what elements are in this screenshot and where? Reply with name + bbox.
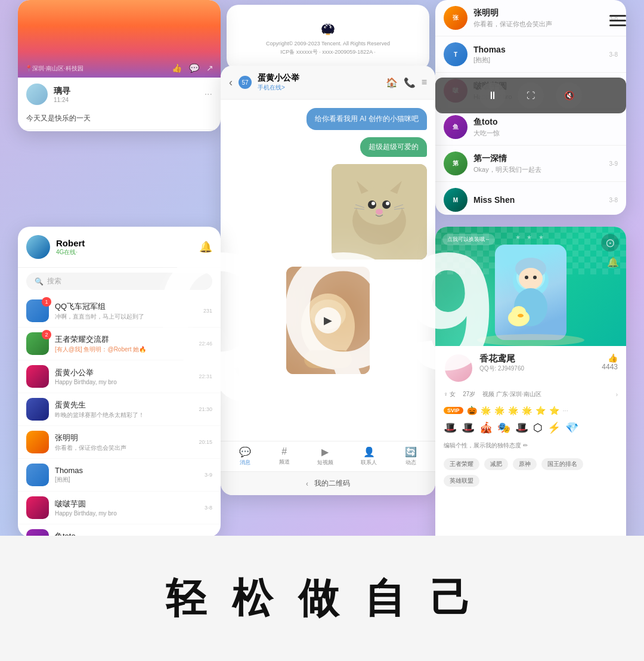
chatlist-item-1[interactable]: T Thomas [抱抱] 3-8 bbox=[435, 36, 626, 73]
badge-more: ··· bbox=[563, 407, 568, 414]
chatlist-name-3: 鱼toto bbox=[473, 117, 618, 128]
pause-button[interactable]: ⏸ bbox=[479, 82, 506, 109]
chat-nav-hashtag[interactable]: #频道 bbox=[279, 446, 290, 467]
contact-item-5[interactable]: Thomas [抱抱] 3-9 bbox=[18, 459, 221, 492]
contacts-user-avatar bbox=[26, 235, 50, 259]
contact-badge-1: 2 bbox=[42, 330, 51, 339]
profile-main-info: 香花鸢尾 QQ号: 2J949760 bbox=[479, 353, 596, 373]
contacts-status: 4G在线· bbox=[56, 248, 85, 257]
share-icon[interactable]: ↗ bbox=[206, 63, 213, 73]
chat-call-button[interactable]: 📞 bbox=[404, 77, 416, 88]
svg-text:QQ: QQ bbox=[324, 21, 332, 26]
profile-character bbox=[495, 245, 566, 340]
chatlist-info-5: Miss Shen bbox=[473, 195, 603, 205]
profile-chat-button[interactable]: 点我可以换装哦～ bbox=[442, 234, 495, 245]
contact-msg-5: [抱抱] bbox=[55, 475, 199, 484]
svg-point-31 bbox=[533, 276, 537, 279]
chatlist-info-4: 第一深情 Okay，明天我们一起去 bbox=[473, 153, 603, 174]
profile-qq: QQ号: 2J949760 bbox=[479, 365, 596, 373]
badge-icon-3: 🌟 bbox=[494, 406, 504, 415]
svip-badge: SVIP bbox=[444, 407, 463, 414]
contact-item-3[interactable]: 蛋黄先生 昨晚的篮球赛那个绝杀太精彩了！ 21:30 bbox=[18, 393, 221, 426]
chat-back-button[interactable]: ‹ bbox=[229, 76, 233, 89]
contact-msg-3: 昨晚的篮球赛那个绝杀太精彩了！ bbox=[55, 411, 193, 419]
chat-nav-moments[interactable]: 🔄动态 bbox=[405, 446, 417, 467]
contact-time-4: 20:15 bbox=[199, 439, 212, 445]
search-bar[interactable]: 🔍 搜索 bbox=[26, 273, 212, 290]
comment-icon[interactable]: 💬 bbox=[189, 63, 199, 73]
profile-arrow[interactable]: › bbox=[616, 391, 618, 398]
chatlist-item-5[interactable]: M Miss Shen 3-8 bbox=[435, 182, 626, 215]
chatlist-avatar-0: 张 bbox=[444, 6, 467, 30]
contacts-bell-icon[interactable]: 🔔 bbox=[199, 240, 212, 254]
contact-avatar-1: 2 bbox=[26, 332, 49, 355]
tag-3[interactable]: 国王的排名 bbox=[541, 458, 583, 470]
chat-name: 蛋黄小公举 bbox=[258, 73, 380, 84]
profile-edit-link[interactable]: 编辑个性，展示我的独特态度 ✏ bbox=[444, 442, 528, 449]
chat-nav-msg[interactable]: 💬消息 bbox=[239, 446, 251, 467]
bottom-title: 轻 松 做 自 己 bbox=[166, 572, 478, 626]
contact-name-3: 蛋黄先生 bbox=[55, 400, 193, 410]
hamburger-line3 bbox=[609, 24, 626, 26]
chatlist-sub-0: 你看着，保证你也会笑出声 bbox=[473, 20, 603, 29]
chatlist-time-5: 3-8 bbox=[609, 197, 618, 203]
tag-4[interactable]: 英雄联盟 bbox=[444, 475, 479, 487]
chat-home-button[interactable]: 🏠 bbox=[386, 77, 398, 88]
emoji-bolt: ⚡ bbox=[547, 421, 561, 434]
profile-likes-area: 👍 4443 bbox=[602, 353, 618, 371]
chatlist-item-0[interactable]: 张 张明明 你看着，保证你也会笑出声 3-8 bbox=[435, 0, 626, 36]
tag-1[interactable]: 减肥 bbox=[484, 458, 508, 470]
chatlist-item-4[interactable]: 第 第一深情 Okay，明天我们一起去 3-9 bbox=[435, 146, 626, 182]
contact-item-7[interactable]: 鱼toto 大吃一停 3-8 bbox=[18, 524, 221, 537]
moments-header: 📍深圳·南山区·科技园 👍 💬 ↗ bbox=[18, 0, 221, 78]
chat-header: ‹ 57 蛋黄小公举 手机在线> 🏠 📞 ≡ bbox=[221, 66, 435, 100]
moments-dots[interactable]: ··· bbox=[205, 89, 212, 100]
badge-icon-1: 🎃 bbox=[467, 406, 477, 415]
profile-dot-button[interactable]: ⊙ bbox=[601, 234, 619, 252]
chat-qr-bar[interactable]: ‹ 我的二维码 bbox=[221, 471, 435, 495]
profile-avatar bbox=[444, 353, 473, 383]
hamburger-menu[interactable] bbox=[605, 7, 631, 33]
svg-point-16 bbox=[386, 202, 389, 205]
svg-point-15 bbox=[371, 202, 375, 205]
emoji-hex: ⬡ bbox=[533, 421, 543, 434]
contact-item-1[interactable]: 2 王者荣耀交流群 [有人@我] 鱼明明：@Robert 她🔥 22:46 bbox=[18, 328, 221, 360]
profile-name: 香花鸢尾 bbox=[479, 353, 596, 365]
chat-menu-button[interactable]: ≡ bbox=[422, 77, 427, 88]
play-button[interactable]: ▶ bbox=[315, 307, 341, 333]
chatlist-name-0: 张明明 bbox=[473, 8, 603, 18]
contact-info-6: 啵啵芋圆 Happy Birthday, my bro bbox=[55, 499, 199, 517]
tag-0[interactable]: 王者荣耀 bbox=[444, 458, 479, 470]
mute-button[interactable]: 🔇 bbox=[556, 82, 582, 109]
video-thumbnail[interactable]: ▶ bbox=[286, 267, 370, 374]
thumb-icon[interactable]: 👍 bbox=[172, 63, 182, 73]
chat-bubble-1: 给你看看我用 AI 创作的小猫咪吧 bbox=[306, 108, 427, 130]
contact-item-6[interactable]: 啵啵芋圆 Happy Birthday, my bro 3-8 bbox=[18, 492, 221, 524]
fullscreen-button[interactable]: ⛶ bbox=[518, 82, 544, 109]
profile-gender-row: ♀ 女 27岁 视频 广东·深圳·南山区 › bbox=[435, 388, 626, 403]
contact-name-6: 啵啵芋圆 bbox=[55, 499, 199, 509]
moments-time: 11:24 bbox=[54, 97, 70, 103]
profile-notify-icon[interactable]: 🔔 bbox=[607, 257, 619, 268]
chat-nav-contacts[interactable]: 👤联系人 bbox=[361, 446, 377, 467]
chat-bottom-nav: 💬消息 #频道 ▶短视频 👤联系人 🔄动态 bbox=[221, 441, 435, 471]
qq-logo: QQ bbox=[313, 19, 343, 37]
profile-like-icon: 👍 bbox=[608, 353, 618, 363]
cat-image bbox=[332, 164, 427, 260]
profile-gender: ♀ 女 bbox=[444, 390, 456, 399]
chatlist-name-4: 第一深情 bbox=[473, 153, 603, 164]
chatlist-name-5: Miss Shen bbox=[473, 195, 603, 205]
contact-item-4[interactable]: 张明明 你看着，保证你也会笑出声 20:15 bbox=[18, 426, 221, 459]
chatlist-item-3[interactable]: 鱼 鱼toto 大吃一惊 bbox=[435, 109, 626, 146]
chat-nav-video[interactable]: ▶短视频 bbox=[317, 446, 333, 467]
hamburger-line2 bbox=[609, 20, 626, 21]
contact-name-0: QQ飞车冠军组 bbox=[55, 301, 197, 312]
contact-item-2[interactable]: 蛋黄小公举 Happy Birthday, my bro 22:31 bbox=[18, 360, 221, 393]
chat-status: 手机在线> bbox=[258, 84, 380, 92]
contact-info-3: 蛋黄先生 昨晚的篮球赛那个绝杀太精彩了！ bbox=[55, 400, 193, 419]
svg-rect-6 bbox=[326, 33, 330, 35]
profile-region: 视频 广东·深圳·南山区 bbox=[482, 390, 541, 399]
contact-item-0[interactable]: 1 QQ飞车冠军组 冲啊，直直当时，马上可以起到了 231 bbox=[18, 295, 221, 328]
tag-2[interactable]: 原神 bbox=[513, 458, 537, 470]
chat-count-badge: 57 bbox=[239, 76, 252, 89]
